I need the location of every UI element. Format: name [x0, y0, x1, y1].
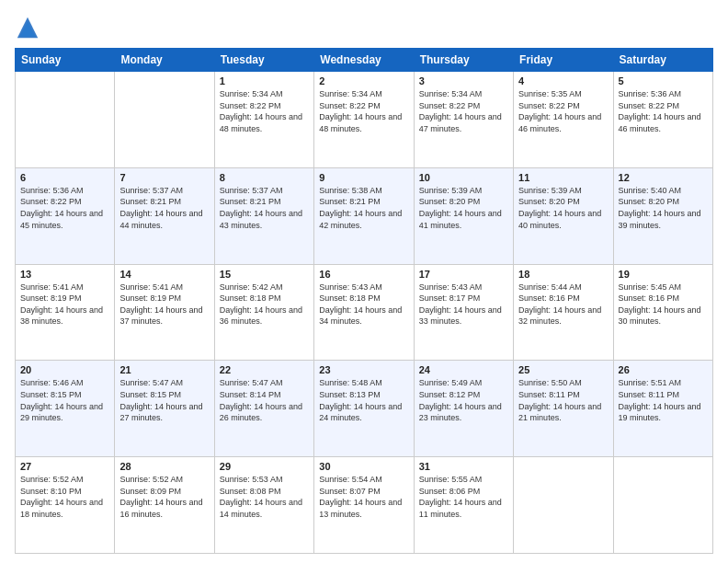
cell-info: Sunrise: 5:51 AM Sunset: 8:11 PM Dayligh… — [619, 377, 708, 423]
cell-info: Sunrise: 5:44 AM Sunset: 8:16 PM Dayligh… — [518, 282, 608, 327]
calendar-cell: 29Sunrise: 5:53 AM Sunset: 8:08 PM Dayli… — [214, 457, 313, 554]
calendar-cell: 1Sunrise: 5:34 AM Sunset: 8:22 PM Daylig… — [214, 72, 313, 168]
calendar-cell: 16Sunrise: 5:43 AM Sunset: 8:18 PM Dayli… — [314, 264, 414, 361]
logo — [15, 15, 44, 40]
calendar-cell: 17Sunrise: 5:43 AM Sunset: 8:17 PM Dayli… — [414, 264, 513, 361]
calendar-cell: 18Sunrise: 5:44 AM Sunset: 8:16 PM Dayli… — [514, 264, 613, 361]
calendar-cell — [115, 72, 214, 168]
cell-info: Sunrise: 5:34 AM Sunset: 8:22 PM Dayligh… — [220, 88, 309, 134]
calendar-cell: 10Sunrise: 5:39 AM Sunset: 8:20 PM Dayli… — [414, 167, 513, 264]
calendar-cell: 22Sunrise: 5:47 AM Sunset: 8:14 PM Dayli… — [214, 361, 313, 457]
calendar-cell: 3Sunrise: 5:34 AM Sunset: 8:22 PM Daylig… — [414, 72, 513, 168]
calendar-table: SundayMondayTuesdayWednesdayThursdayFrid… — [15, 48, 713, 554]
day-header-wednesday: Wednesday — [314, 49, 414, 72]
cell-info: Sunrise: 5:47 AM Sunset: 8:15 PM Dayligh… — [119, 377, 209, 423]
calendar-cell: 25Sunrise: 5:50 AM Sunset: 8:11 PM Dayli… — [514, 361, 613, 457]
cell-info: Sunrise: 5:49 AM Sunset: 8:12 PM Dayligh… — [419, 377, 508, 423]
day-header-saturday: Saturday — [613, 49, 712, 72]
cell-info: Sunrise: 5:54 AM Sunset: 8:07 PM Dayligh… — [319, 474, 408, 520]
cell-info: Sunrise: 5:37 AM Sunset: 8:21 PM Dayligh… — [119, 185, 209, 231]
cell-date: 9 — [319, 172, 408, 183]
cell-date: 17 — [419, 269, 508, 280]
cell-date: 26 — [619, 364, 708, 375]
calendar-cell — [514, 457, 613, 554]
cell-date: 31 — [419, 461, 508, 472]
cell-info: Sunrise: 5:55 AM Sunset: 8:06 PM Dayligh… — [419, 474, 508, 520]
day-header-thursday: Thursday — [414, 49, 513, 72]
cell-date: 3 — [419, 75, 508, 86]
cell-info: Sunrise: 5:48 AM Sunset: 8:13 PM Dayligh… — [319, 377, 408, 423]
page: SundayMondayTuesdayWednesdayThursdayFrid… — [0, 0, 728, 563]
cell-info: Sunrise: 5:41 AM Sunset: 8:19 PM Dayligh… — [119, 282, 209, 327]
calendar-cell: 24Sunrise: 5:49 AM Sunset: 8:12 PM Dayli… — [414, 361, 513, 457]
cell-info: Sunrise: 5:50 AM Sunset: 8:11 PM Dayligh… — [518, 377, 608, 423]
cell-date: 6 — [20, 172, 109, 183]
calendar-cell: 23Sunrise: 5:48 AM Sunset: 8:13 PM Dayli… — [314, 361, 414, 457]
calendar-cell: 28Sunrise: 5:52 AM Sunset: 8:09 PM Dayli… — [115, 457, 214, 554]
day-header-tuesday: Tuesday — [214, 49, 313, 72]
cell-info: Sunrise: 5:43 AM Sunset: 8:17 PM Dayligh… — [419, 282, 508, 327]
cell-info: Sunrise: 5:43 AM Sunset: 8:18 PM Dayligh… — [319, 282, 408, 327]
calendar-cell: 2Sunrise: 5:34 AM Sunset: 8:22 PM Daylig… — [314, 72, 414, 168]
cell-info: Sunrise: 5:34 AM Sunset: 8:22 PM Dayligh… — [419, 88, 508, 134]
cell-date: 22 — [220, 364, 309, 375]
cell-info: Sunrise: 5:45 AM Sunset: 8:16 PM Dayligh… — [619, 282, 708, 327]
calendar-cell: 26Sunrise: 5:51 AM Sunset: 8:11 PM Dayli… — [613, 361, 712, 457]
cell-info: Sunrise: 5:39 AM Sunset: 8:20 PM Dayligh… — [518, 185, 608, 231]
cell-date: 2 — [319, 75, 408, 86]
cell-info: Sunrise: 5:52 AM Sunset: 8:10 PM Dayligh… — [20, 474, 109, 520]
calendar-cell: 21Sunrise: 5:47 AM Sunset: 8:15 PM Dayli… — [115, 361, 214, 457]
calendar-cell: 15Sunrise: 5:42 AM Sunset: 8:18 PM Dayli… — [214, 264, 313, 361]
calendar-cell: 20Sunrise: 5:46 AM Sunset: 8:15 PM Dayli… — [16, 361, 115, 457]
cell-date: 4 — [518, 75, 608, 86]
cell-date: 21 — [119, 364, 209, 375]
cell-info: Sunrise: 5:46 AM Sunset: 8:15 PM Dayligh… — [20, 377, 109, 423]
calendar-cell — [613, 457, 712, 554]
cell-date: 15 — [220, 269, 309, 280]
cell-info: Sunrise: 5:40 AM Sunset: 8:20 PM Dayligh… — [619, 185, 708, 231]
cell-date: 24 — [419, 364, 508, 375]
logo-icon — [15, 15, 40, 40]
cell-info: Sunrise: 5:47 AM Sunset: 8:14 PM Dayligh… — [220, 377, 309, 423]
cell-date: 8 — [220, 172, 309, 183]
cell-info: Sunrise: 5:41 AM Sunset: 8:19 PM Dayligh… — [20, 282, 109, 327]
cell-date: 28 — [119, 461, 209, 472]
cell-info: Sunrise: 5:37 AM Sunset: 8:21 PM Dayligh… — [220, 185, 309, 231]
cell-date: 30 — [319, 461, 408, 472]
cell-info: Sunrise: 5:53 AM Sunset: 8:08 PM Dayligh… — [220, 474, 309, 520]
cell-info: Sunrise: 5:36 AM Sunset: 8:22 PM Dayligh… — [619, 88, 708, 134]
cell-date: 16 — [319, 269, 408, 280]
calendar-cell — [16, 72, 115, 168]
cell-info: Sunrise: 5:34 AM Sunset: 8:22 PM Dayligh… — [319, 88, 408, 134]
calendar-cell: 27Sunrise: 5:52 AM Sunset: 8:10 PM Dayli… — [16, 457, 115, 554]
calendar-cell: 7Sunrise: 5:37 AM Sunset: 8:21 PM Daylig… — [115, 167, 214, 264]
cell-date: 19 — [619, 269, 708, 280]
cell-date: 25 — [518, 364, 608, 375]
calendar-cell: 14Sunrise: 5:41 AM Sunset: 8:19 PM Dayli… — [115, 264, 214, 361]
cell-info: Sunrise: 5:36 AM Sunset: 8:22 PM Dayligh… — [20, 185, 109, 231]
calendar-cell: 8Sunrise: 5:37 AM Sunset: 8:21 PM Daylig… — [214, 167, 313, 264]
calendar-cell: 12Sunrise: 5:40 AM Sunset: 8:20 PM Dayli… — [613, 167, 712, 264]
calendar-cell: 13Sunrise: 5:41 AM Sunset: 8:19 PM Dayli… — [16, 264, 115, 361]
cell-info: Sunrise: 5:42 AM Sunset: 8:18 PM Dayligh… — [220, 282, 309, 327]
day-header-monday: Monday — [115, 49, 214, 72]
day-header-friday: Friday — [514, 49, 613, 72]
calendar-cell: 11Sunrise: 5:39 AM Sunset: 8:20 PM Dayli… — [514, 167, 613, 264]
calendar-cell: 30Sunrise: 5:54 AM Sunset: 8:07 PM Dayli… — [314, 457, 414, 554]
cell-date: 1 — [220, 75, 309, 86]
cell-date: 11 — [518, 172, 608, 183]
cell-date: 10 — [419, 172, 508, 183]
cell-date: 20 — [20, 364, 109, 375]
day-header-sunday: Sunday — [16, 49, 115, 72]
cell-date: 13 — [20, 269, 109, 280]
cell-info: Sunrise: 5:38 AM Sunset: 8:21 PM Dayligh… — [319, 185, 408, 231]
cell-date: 12 — [619, 172, 708, 183]
cell-date: 29 — [220, 461, 309, 472]
calendar-cell: 19Sunrise: 5:45 AM Sunset: 8:16 PM Dayli… — [613, 264, 712, 361]
calendar-cell: 31Sunrise: 5:55 AM Sunset: 8:06 PM Dayli… — [414, 457, 513, 554]
calendar-cell: 9Sunrise: 5:38 AM Sunset: 8:21 PM Daylig… — [314, 167, 414, 264]
cell-info: Sunrise: 5:35 AM Sunset: 8:22 PM Dayligh… — [518, 88, 608, 134]
calendar-cell: 5Sunrise: 5:36 AM Sunset: 8:22 PM Daylig… — [613, 72, 712, 168]
cell-info: Sunrise: 5:52 AM Sunset: 8:09 PM Dayligh… — [119, 474, 209, 520]
cell-info: Sunrise: 5:39 AM Sunset: 8:20 PM Dayligh… — [419, 185, 508, 231]
